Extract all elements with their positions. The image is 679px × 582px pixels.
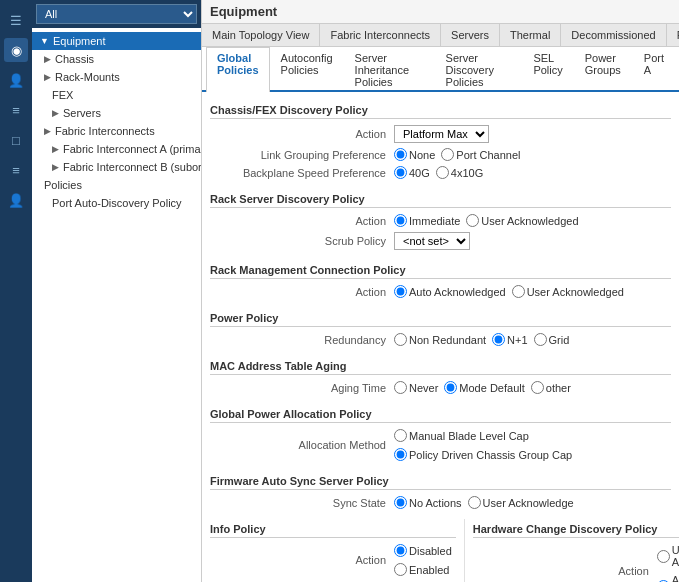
sidebar-icon-equipment[interactable]: ◉ bbox=[4, 38, 28, 62]
subtab-server-discovery[interactable]: Server Discovery Policies bbox=[435, 47, 523, 92]
aging-other-radio[interactable] bbox=[531, 381, 544, 394]
nav-item-chassis[interactable]: ▶ Chassis bbox=[32, 50, 201, 68]
subtab-autoconfig[interactable]: Autoconfig Policies bbox=[270, 47, 344, 92]
redundancy-n1-radio[interactable] bbox=[492, 333, 505, 346]
subtab-server-inheritance[interactable]: Server Inheritance Policies bbox=[344, 47, 435, 92]
nav-filter-dropdown[interactable]: All bbox=[36, 4, 197, 24]
aging-mode-default: Mode Default bbox=[444, 381, 524, 394]
nav-item-policies[interactable]: Policies bbox=[32, 176, 201, 194]
info-enabled-radio[interactable] bbox=[394, 563, 407, 576]
backplane-4x10g-radio[interactable] bbox=[436, 166, 449, 179]
rack-mgmt-section: Rack Management Connection Policy Action… bbox=[210, 260, 671, 298]
hardware-action-controls: User Acknowledged Auto Acknowledged bbox=[657, 544, 679, 582]
backplane-4x10g: 4x10G bbox=[436, 166, 483, 179]
allocation-policy-driven-label: Policy Driven Chassis Group Cap bbox=[409, 449, 572, 461]
link-grouping-portchannel: Port Channel bbox=[441, 148, 520, 161]
aging-mode-default-radio[interactable] bbox=[444, 381, 457, 394]
chassis-action-select[interactable]: Platform Max bbox=[394, 125, 489, 143]
tab-main-topology[interactable]: Main Topology View bbox=[202, 24, 320, 46]
nav-arrow-fia: ▶ bbox=[52, 144, 59, 154]
sync-no-actions-radio[interactable] bbox=[394, 496, 407, 509]
tab-thermal[interactable]: Thermal bbox=[500, 24, 561, 46]
main-tabs: Main Topology View Fabric Interconnects … bbox=[202, 24, 679, 47]
link-grouping-row: Link Grouping Preference None Port Chann… bbox=[210, 148, 671, 161]
rack-mgmt-user-ack-radio[interactable] bbox=[512, 285, 525, 298]
sidebar-icon-box[interactable]: □ bbox=[4, 128, 28, 152]
rack-mgmt-user-ack-label: User Acknowledged bbox=[527, 286, 624, 298]
nav-arrow-equipment: ▼ bbox=[40, 36, 49, 46]
sync-no-actions-label: No Actions bbox=[409, 497, 462, 509]
rack-user-ack: User Acknowledged bbox=[466, 214, 578, 227]
nav-label-equipment: Equipment bbox=[53, 35, 106, 47]
sidebar-icon-list[interactable]: ≡ bbox=[4, 98, 28, 122]
rack-immediate-label: Immediate bbox=[409, 215, 460, 227]
sidebar-icon-users[interactable]: 👤 bbox=[4, 68, 28, 92]
mac-aging-title: MAC Address Table Aging bbox=[210, 356, 671, 375]
power-title: Power Policy bbox=[210, 308, 671, 327]
aging-never-label: Never bbox=[409, 382, 438, 394]
nav-item-servers[interactable]: ▶ Servers bbox=[32, 104, 201, 122]
info-disabled: Disabled bbox=[394, 544, 452, 557]
backplane-40g-radio[interactable] bbox=[394, 166, 407, 179]
subtab-sel-policy[interactable]: SEL Policy bbox=[522, 47, 573, 92]
redundancy-n1-label: N+1 bbox=[507, 334, 528, 346]
tab-servers[interactable]: Servers bbox=[441, 24, 500, 46]
link-grouping-portchannel-radio[interactable] bbox=[441, 148, 454, 161]
tab-decommissioned[interactable]: Decommissioned bbox=[561, 24, 666, 46]
rack-mgmt-auto-ack-radio[interactable] bbox=[394, 285, 407, 298]
sync-user-ack-radio[interactable] bbox=[468, 496, 481, 509]
nav-item-rackmounts[interactable]: ▶ Rack-Mounts bbox=[32, 68, 201, 86]
tab-fabric-interconnects[interactable]: Fabric Interconnects bbox=[320, 24, 441, 46]
link-grouping-none-radio[interactable] bbox=[394, 148, 407, 161]
nav-label-port-auto: Port Auto-Discovery Policy bbox=[52, 197, 182, 209]
nav-arrow-rackmounts: ▶ bbox=[44, 72, 51, 82]
nav-item-fabric-interconnects[interactable]: ▶ Fabric Interconnects bbox=[32, 122, 201, 140]
info-enabled: Enabled bbox=[394, 563, 449, 576]
nav-item-port-auto[interactable]: Port Auto-Discovery Policy bbox=[32, 194, 201, 212]
sidebar-icon-admin[interactable]: 👤 bbox=[4, 188, 28, 212]
info-disabled-radio[interactable] bbox=[394, 544, 407, 557]
allocation-policy-driven: Policy Driven Chassis Group Cap bbox=[394, 448, 572, 461]
allocation-manual-radio[interactable] bbox=[394, 429, 407, 442]
page-title: Equipment bbox=[202, 0, 679, 24]
info-action-controls: Disabled Enabled bbox=[394, 544, 452, 576]
chassis-action-row: Action Platform Max bbox=[210, 125, 671, 143]
sidebar-icon-reports[interactable]: ≡ bbox=[4, 158, 28, 182]
hardware-action-row: Action User Acknowledged Auto Acknowledg… bbox=[473, 544, 679, 582]
aging-never-radio[interactable] bbox=[394, 381, 407, 394]
aging-time-row: Aging Time Never Mode Default other bbox=[210, 381, 671, 394]
aging-time-controls: Never Mode Default other bbox=[394, 381, 571, 394]
subtab-global-policies[interactable]: Global Policies bbox=[206, 47, 270, 92]
rack-mgmt-auto-ack-label: Auto Acknowledged bbox=[409, 286, 506, 298]
aging-other: other bbox=[531, 381, 571, 394]
scrub-select[interactable]: <not set> bbox=[394, 232, 470, 250]
redundancy-grid-radio[interactable] bbox=[534, 333, 547, 346]
redundancy-label: Redundancy bbox=[214, 334, 394, 346]
backplane-4x10g-label: 4x10G bbox=[451, 167, 483, 179]
subtab-power-groups[interactable]: Power Groups bbox=[574, 47, 633, 92]
nav-arrow-fib: ▶ bbox=[52, 162, 59, 172]
nav-label-rackmounts: Rack-Mounts bbox=[55, 71, 120, 83]
chassis-action-controls: Platform Max bbox=[394, 125, 489, 143]
info-policy-section: Info Policy Action Disabled Enabled bbox=[210, 519, 456, 576]
redundancy-non-radio[interactable] bbox=[394, 333, 407, 346]
rack-mgmt-title: Rack Management Connection Policy bbox=[210, 260, 671, 279]
redundancy-non-label: Non Redundant bbox=[409, 334, 486, 346]
link-grouping-controls: None Port Channel bbox=[394, 148, 521, 161]
sidebar: ☰ ◉ 👤 ≡ □ ≡ 👤 bbox=[0, 0, 32, 582]
hw-user-ack-label: User Acknowledged bbox=[672, 544, 679, 568]
nav-item-fi-b[interactable]: ▶ Fabric Interconnect B (subordinate) bbox=[32, 158, 201, 176]
info-policy-title: Info Policy bbox=[210, 519, 456, 538]
nav-item-fi-a[interactable]: ▶ Fabric Interconnect A (primary) bbox=[32, 140, 201, 158]
rack-user-ack-radio[interactable] bbox=[466, 214, 479, 227]
nav-item-fex[interactable]: FEX bbox=[32, 86, 201, 104]
allocation-policy-driven-radio[interactable] bbox=[394, 448, 407, 461]
hardware-change-section: Hardware Change Discovery Policy Action … bbox=[473, 519, 679, 582]
tab-firmware[interactable]: Firmware Management bbox=[667, 24, 679, 46]
hw-user-ack-radio[interactable] bbox=[657, 550, 670, 563]
rack-immediate-radio[interactable] bbox=[394, 214, 407, 227]
nav-top: All bbox=[32, 0, 201, 28]
sidebar-icon-menu[interactable]: ☰ bbox=[4, 8, 28, 32]
nav-item-equipment[interactable]: ▼ Equipment bbox=[32, 32, 201, 50]
subtab-port-a[interactable]: Port A bbox=[633, 47, 675, 92]
